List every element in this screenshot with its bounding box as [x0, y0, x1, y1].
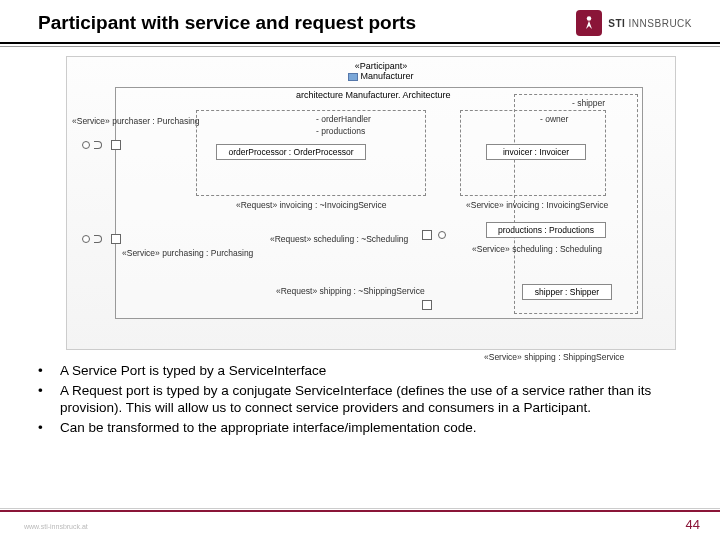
- productions-attr: - productions: [316, 126, 365, 136]
- logo: STI INNSBRUCK: [576, 10, 692, 36]
- req-invoicing: «Request» invoicing : ~InvoicingService: [236, 200, 387, 210]
- port-purchasing-bottom: [111, 234, 121, 244]
- lollipop-top: [82, 141, 90, 149]
- list-item: •A Request port is typed by a conjugate …: [38, 382, 678, 417]
- service-shipping: «Service» shipping : ShippingService: [484, 352, 624, 362]
- page-title: Participant with service and request por…: [38, 12, 416, 34]
- participant-header: «Participant» Manufacturer: [321, 61, 441, 81]
- list-item: •Can be transformed to the appropriate i…: [38, 419, 678, 437]
- header-subrule: [0, 46, 720, 47]
- owner-attr: - owner: [540, 114, 568, 124]
- invoicer-box: invoicer : Invoicer: [486, 144, 586, 160]
- orderprocessor-box: orderProcessor : OrderProcessor: [216, 144, 366, 160]
- bullet-list: •A Service Port is typed by a ServiceInt…: [38, 362, 678, 438]
- page-number: 44: [686, 517, 700, 532]
- productions-box: productions : Productions: [486, 222, 606, 238]
- logo-text: STI INNSBRUCK: [608, 18, 692, 29]
- uml-diagram: «Participant» Manufacturer architecture …: [66, 56, 676, 350]
- logo-icon: [576, 10, 602, 36]
- port-purchaser-top: [111, 140, 121, 150]
- shipper-box: shipper : Shipper: [522, 284, 612, 300]
- req-scheduling: «Request» scheduling : ~Scheduling: [270, 234, 408, 244]
- service-purchaser-top: «Service» purchaser : Purchasing: [72, 116, 200, 126]
- copyright: www.sti-innsbruck.at: [24, 523, 88, 530]
- service-invoicing: «Service» invoicing : InvoicingService: [466, 200, 608, 210]
- lollipop-bottom: [82, 235, 90, 243]
- orderhandler-attr: - orderHandler: [316, 114, 371, 124]
- cup-bottom: [94, 235, 102, 243]
- port-ship-left: [422, 300, 432, 310]
- component-icon: [348, 73, 358, 81]
- footer-rule: [0, 510, 720, 512]
- service-scheduling: «Service» scheduling : Scheduling: [472, 244, 602, 254]
- header-rule: [0, 42, 720, 44]
- req-shipping: «Request» shipping : ~ShippingService: [276, 286, 425, 296]
- shipper-attr: - shipper: [572, 98, 605, 108]
- service-purchasing-bottom: «Service» purchasing : Purchasing: [122, 248, 253, 258]
- svg-point-0: [587, 16, 592, 21]
- cup-top: [94, 141, 102, 149]
- list-item: •A Service Port is typed by a ServiceInt…: [38, 362, 678, 380]
- participant-body: architecture Manufacturer. Architecture …: [115, 87, 643, 319]
- architecture-label: architecture Manufacturer. Architecture: [296, 90, 451, 100]
- port-sched-left: [422, 230, 432, 240]
- lollipop-sched: [438, 231, 446, 239]
